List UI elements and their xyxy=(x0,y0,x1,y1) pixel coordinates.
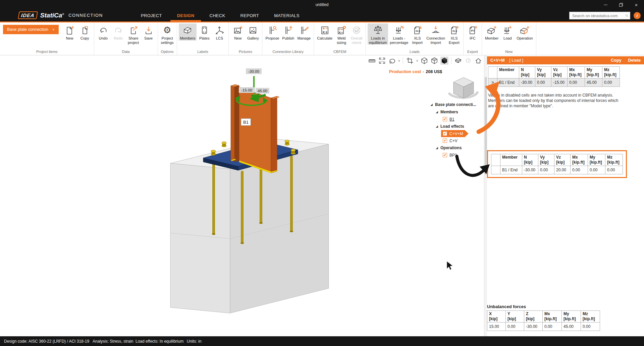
tab-report[interactable]: REPORT xyxy=(240,10,259,21)
column-header: Member xyxy=(500,154,522,166)
viewport-3d[interactable]: ∨ ∨ Production cost-208 US$ xyxy=(0,55,484,336)
expander-icon[interactable] xyxy=(436,125,438,128)
share-project-button[interactable]: Share project xyxy=(126,23,141,45)
navigation-cube[interactable] xyxy=(449,77,478,98)
rotate-view-icon[interactable] xyxy=(388,57,396,65)
panel-title: C+V+M xyxy=(490,58,504,63)
minimize-button[interactable] xyxy=(598,0,613,10)
labels-lcs-toggle[interactable]: LCS xyxy=(212,23,227,41)
save-button[interactable]: Save xyxy=(141,23,156,41)
calculate-button[interactable]: Calculate xyxy=(316,23,334,41)
info-button[interactable]: i xyxy=(634,12,641,19)
labels-members-toggle[interactable]: Members xyxy=(179,23,197,41)
new-load-button[interactable]: Load xyxy=(500,23,515,41)
tree-item-bp1[interactable]: ✔ BP1 xyxy=(441,152,459,159)
expander-icon[interactable] xyxy=(430,104,433,106)
checkbox-checked-icon[interactable]: ✔ xyxy=(443,153,447,157)
tree-root-connection[interactable]: Base plate connecti... xyxy=(430,101,483,108)
mz-cell[interactable]: 0.00 xyxy=(605,166,623,174)
status-load-effects[interactable]: Load effects: In equilibrium xyxy=(136,339,183,344)
my-cell[interactable]: 0.00 xyxy=(588,166,605,174)
connection-import-button[interactable]: Connection Import xyxy=(425,23,446,45)
tab-project[interactable]: PROJECT xyxy=(141,10,162,21)
ribbon-group-label: Options xyxy=(159,49,176,55)
solid-view-icon[interactable] xyxy=(440,57,448,65)
clip-view-icon[interactable] xyxy=(454,57,462,65)
copy-project-item-button[interactable]: Copy xyxy=(77,23,92,41)
row-expander[interactable]: > xyxy=(488,78,497,87)
tab-design[interactable]: DESIGN xyxy=(177,10,195,21)
panel-scrollbar[interactable] xyxy=(484,55,487,336)
mirror-view-icon[interactable] xyxy=(464,57,472,65)
checkbox-checked-icon[interactable]: ✔ xyxy=(443,138,447,143)
hidden-line-view-icon[interactable] xyxy=(430,57,438,65)
new-operation-button[interactable]: Operation xyxy=(515,23,534,41)
manage-button[interactable]: Manage xyxy=(296,23,312,41)
n-cell[interactable]: -30.00 xyxy=(522,166,538,174)
checkbox-checked-icon[interactable]: ✔ xyxy=(443,131,447,136)
scrollbar-thumb[interactable] xyxy=(485,77,487,174)
status-analysis[interactable]: Analysis: Stress, strain xyxy=(93,339,133,344)
vz-cell[interactable]: -15.00 xyxy=(551,78,568,87)
xls-export-button[interactable]: XLS XLS Export xyxy=(447,23,462,45)
home-view-icon[interactable] xyxy=(474,57,482,65)
viewport-3d-scene[interactable] xyxy=(0,55,484,336)
zoom-fit-icon[interactable] xyxy=(378,57,386,65)
tree-item-cvm[interactable]: ✔ C+V+M xyxy=(441,130,469,137)
tab-materials[interactable]: MATERIALS xyxy=(274,10,299,21)
axial-force-label[interactable]: -30.00 xyxy=(246,68,262,74)
new-project-item-button[interactable]: New xyxy=(62,23,77,41)
moment-label[interactable]: 45.00 xyxy=(256,88,269,94)
overall-check-button[interactable]: Overall check xyxy=(349,23,364,45)
ifc-export-button[interactable]: IFC IFC xyxy=(465,23,480,41)
tree-item-b1[interactable]: ✔ B1 xyxy=(441,116,456,123)
rotate-options-chevron-icon[interactable]: ∨ xyxy=(398,59,400,62)
n-cell[interactable]: -30.00 xyxy=(519,78,535,87)
status-units[interactable]: Units: in xyxy=(187,339,201,344)
connection-type-dropdown[interactable]: Base plate connection ∨ xyxy=(3,25,59,34)
mx-cell[interactable]: 0.00 xyxy=(571,166,588,174)
table-row: B1 / End -30.00 0.00 20.00 0.00 0.00 0.0… xyxy=(491,166,623,174)
measure-icon[interactable] xyxy=(368,57,376,65)
wireframe-view-icon[interactable] xyxy=(420,57,428,65)
xls-import-button[interactable]: XLS XLS Import xyxy=(410,23,425,45)
vy-cell[interactable]: 0.00 xyxy=(535,78,551,87)
publish-button[interactable]: Publish xyxy=(281,23,296,41)
close-button[interactable]: × xyxy=(629,0,644,10)
project-settings-button[interactable]: ⚙ Project settings xyxy=(160,23,175,45)
search-input[interactable] xyxy=(570,14,625,18)
tree-group-members[interactable]: Members xyxy=(430,108,483,116)
tab-check[interactable]: CHECK xyxy=(209,10,225,21)
shear-force-label[interactable]: -15.00 xyxy=(239,87,255,93)
tree-group-load-effects[interactable]: Load effects xyxy=(430,123,483,130)
section-options-chevron-icon[interactable]: ∨ xyxy=(416,59,418,62)
loads-in-equilibrium-toggle[interactable]: Loads in equilibrium xyxy=(368,23,388,45)
member-label[interactable]: B1 xyxy=(241,118,251,126)
expander-icon[interactable] xyxy=(436,147,438,149)
expander-icon[interactable] xyxy=(436,111,438,113)
weld-sizing-button[interactable]: Weld sizing xyxy=(334,23,349,45)
labels-plates-toggle[interactable]: Plates xyxy=(197,23,212,41)
status-design-code[interactable]: Design code: AISC 360-22 (LRFD) / ACI 31… xyxy=(4,339,89,344)
loads-percentage-button[interactable]: % Loads - percentage xyxy=(388,23,410,45)
mx-cell[interactable]: 0.00 xyxy=(568,78,585,87)
checkbox-checked-icon[interactable]: ✔ xyxy=(443,117,447,121)
copy-load-button[interactable]: Copy xyxy=(611,58,621,63)
close-icon: × xyxy=(635,2,638,8)
delete-load-button[interactable]: Delete xyxy=(628,58,641,63)
tree-item-cv[interactable]: ✔ C+V xyxy=(441,137,459,144)
my-cell[interactable]: 45.00 xyxy=(585,78,602,87)
gallery-button[interactable]: Gallery xyxy=(246,23,260,41)
vz-cell[interactable]: 20.00 xyxy=(554,166,571,174)
new-member-button[interactable]: Member xyxy=(484,23,500,41)
tree-group-operations[interactable]: Operations xyxy=(430,144,483,152)
undo-button[interactable]: Undo xyxy=(96,23,111,41)
restore-button[interactable] xyxy=(613,0,629,10)
section-crop-icon[interactable] xyxy=(406,57,414,65)
xls-export-icon: XLS xyxy=(449,24,459,36)
new-picture-button[interactable]: New xyxy=(230,23,245,41)
redo-button[interactable]: Redo xyxy=(111,23,126,41)
mz-cell[interactable]: 0.00 xyxy=(602,78,620,87)
propose-button[interactable]: Propose xyxy=(264,23,280,41)
vy-cell[interactable]: 0.00 xyxy=(538,166,554,174)
